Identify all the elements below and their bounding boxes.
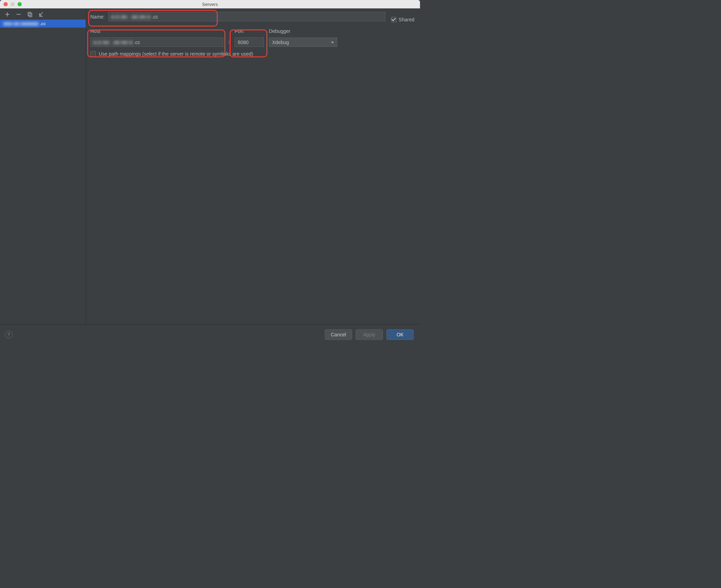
port-label: Port bbox=[234, 28, 264, 34]
window-title: Servers bbox=[0, 2, 420, 7]
port-input[interactable]: 8080 bbox=[234, 37, 264, 47]
sidebar-toolbar bbox=[0, 8, 86, 20]
shared-checkbox-row: Shared bbox=[391, 17, 414, 22]
shared-label: Shared bbox=[399, 17, 414, 22]
titlebar: Servers bbox=[0, 0, 420, 8]
list-item-label-blurred: ■■■·■■:■■■■■■ bbox=[4, 21, 38, 26]
shared-checkbox[interactable] bbox=[391, 17, 397, 22]
apply-button[interactable]: Apply bbox=[356, 329, 383, 340]
host-label: Host bbox=[90, 28, 223, 34]
svg-rect-4 bbox=[29, 13, 32, 17]
dialog-footer: ? Cancel Apply OK bbox=[0, 324, 420, 344]
name-value-suffix: .cc bbox=[152, 14, 158, 20]
port-value: 8080 bbox=[238, 40, 248, 45]
debugger-label: Debugger bbox=[269, 28, 337, 34]
add-icon[interactable] bbox=[4, 11, 10, 18]
svg-marker-6 bbox=[331, 42, 334, 43]
host-port-separator: : bbox=[228, 39, 230, 47]
ok-button[interactable]: OK bbox=[386, 329, 414, 340]
name-value-blurred: ■.■ ■■ . ■■·■■ ■ bbox=[111, 14, 150, 20]
path-mappings-label: Use path mappings (select if the server … bbox=[99, 51, 253, 57]
window-controls bbox=[0, 2, 22, 6]
server-list: ■■■·■■:■■■■■■.cc bbox=[0, 20, 86, 324]
debugger-select[interactable]: Xdebug bbox=[269, 37, 337, 47]
name-label: Name: bbox=[90, 14, 105, 20]
sidebar: ■■■·■■:■■■■■■.cc bbox=[0, 8, 86, 324]
help-icon[interactable]: ? bbox=[5, 331, 13, 338]
host-value-blurred: ■.■ ■■ . ■■·■■ ■ bbox=[93, 40, 132, 45]
cancel-button[interactable]: Cancel bbox=[325, 329, 352, 340]
main-panel: Name: ■.■ ■■ . ■■·■■ ■.cc Shared Host ■.… bbox=[86, 8, 420, 324]
copy-icon[interactable] bbox=[27, 11, 33, 18]
close-window-icon[interactable] bbox=[4, 2, 8, 6]
chevron-down-icon bbox=[331, 40, 334, 45]
host-input[interactable]: ■.■ ■■ . ■■·■■ ■.cc bbox=[90, 37, 223, 47]
list-item-label-suffix: .cc bbox=[40, 21, 46, 26]
name-input[interactable]: ■.■ ■■ . ■■·■■ ■.cc bbox=[108, 12, 385, 21]
host-value-suffix: .cc bbox=[134, 40, 140, 45]
import-icon[interactable] bbox=[38, 11, 44, 18]
zoom-window-icon[interactable] bbox=[18, 2, 22, 6]
svg-rect-3 bbox=[28, 12, 31, 16]
debugger-value: Xdebug bbox=[272, 40, 289, 45]
minimize-window-icon[interactable] bbox=[10, 2, 15, 6]
list-item[interactable]: ■■■·■■:■■■■■■.cc bbox=[0, 20, 86, 28]
path-mappings-checkbox[interactable] bbox=[90, 51, 96, 57]
remove-icon[interactable] bbox=[15, 11, 22, 18]
